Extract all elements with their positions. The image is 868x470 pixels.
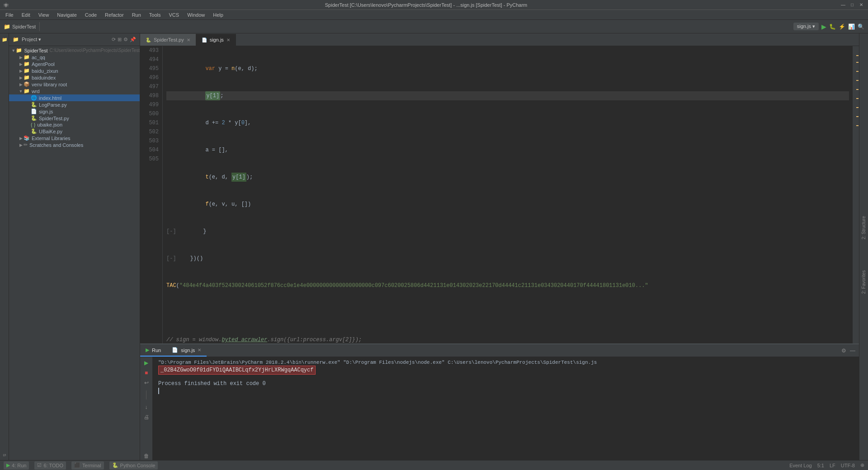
tree-item-scratches[interactable]: ▶ ✏ Scratches and Consoles (9, 141, 140, 148)
tab-sign-js[interactable]: 📄 sign.js ✕ (196, 34, 236, 46)
tree-item-agentpool[interactable]: ▶ 📁 AgentPool (9, 61, 140, 67)
project-panel: 📁 Project ▾ ⟳ ⊞ ⚙ 📌 ▼ 📁 SpiderTest C:\Us… (9, 33, 140, 460)
menu-vcs[interactable]: VCS (165, 11, 183, 19)
python-icon: 🐍 (112, 462, 118, 468)
tab-spidertest-py[interactable]: 🐍 SpiderTest.py ✕ (140, 34, 196, 46)
expand-icon[interactable]: ⊞ (118, 37, 122, 42)
line-ending-indicator[interactable]: LF (830, 463, 835, 468)
code-content[interactable]: var y = n(e, d); y[1]; d += 2 * y[0], a … (163, 46, 853, 343)
settings-run-icon[interactable]: ⚙ (841, 348, 846, 354)
project-header-label[interactable]: Project ▾ (22, 37, 41, 42)
linenum-505: 505 (144, 155, 159, 164)
tree-label-scratches: Scratches and Consoles (29, 142, 83, 148)
code-line-496: a = [], (166, 146, 849, 155)
terminal-button[interactable]: ⬛ Terminal (71, 461, 104, 470)
tree-item-ubaike-json[interactable]: ▶ { } ubaike.json (9, 122, 140, 128)
folder-icon: 📁 (13, 37, 19, 42)
tree-item-spidertest-py[interactable]: ▶ 🐍 SpiderTest.py (9, 115, 140, 122)
todo-label: 6: TODO (43, 463, 63, 468)
tab-close-spidertest[interactable]: ✕ (187, 38, 190, 42)
encoding-indicator[interactable]: UTF-8 (841, 463, 855, 468)
bottom-tabs: ▶ Run 📄 sign.js ✕ ⚙ — (140, 344, 859, 357)
restore-button[interactable]: ↩ (143, 379, 150, 387)
code-line-495: d += 2 * y[0], (166, 118, 849, 127)
menu-navigate[interactable]: Navigate (53, 11, 80, 19)
linenum-497: 497 (144, 82, 159, 91)
tab-sign-js-run[interactable]: 📄 sign.js ✕ (166, 345, 207, 357)
toolbar-filename[interactable]: sign.js ▾ (793, 23, 819, 30)
tree-item-ubaike-py[interactable]: ▶ 🐍 UBaiKe.py (9, 128, 140, 135)
tree-label-index-html: index.html (39, 95, 61, 101)
z-structure-label[interactable]: 2: Structure (860, 214, 867, 241)
cursor (158, 388, 159, 394)
tree-label-sign-js: sign.js (39, 109, 53, 114)
tree-root[interactable]: ▼ 📁 SpiderTest C:\Users\lenovo\PycharmPr… (9, 47, 140, 54)
tree-item-external-libs[interactable]: ▶ 📚 External Libraries (9, 135, 140, 141)
tree-label-venv: venv library root (32, 82, 67, 87)
tree-label-baiduindex: baiduindex (32, 75, 56, 80)
linenum-500: 500 (144, 109, 159, 118)
tree-label-logparse: LogParse.py (39, 102, 67, 108)
coverage-button[interactable]: ⚡ (839, 24, 845, 30)
tree-item-ac_qq[interactable]: ▶ 📁 ac_qq (9, 54, 140, 61)
python-console-button[interactable]: 🐍 Python Console (109, 461, 158, 470)
tree-item-index-html[interactable]: ▶ 🌐 index.html (9, 94, 140, 101)
pin-icon[interactable]: 📌 (130, 37, 136, 42)
profile-button[interactable]: 📊 (848, 24, 855, 30)
tree-item-baiduindex[interactable]: ▶ 📁 baiduindex (9, 74, 140, 81)
sign-tab-label: sign.js (181, 348, 195, 353)
tree-item-sign-js[interactable]: ▶ 📄 sign.js (9, 108, 140, 115)
menu-tools[interactable]: Tools (146, 11, 165, 19)
tree-item-baidu-zixun[interactable]: ▶ 📁 baidu_zixun (9, 67, 140, 74)
menu-code[interactable]: Code (81, 11, 100, 19)
search-everywhere-icon[interactable]: 🔍 (858, 24, 864, 30)
linenum-502: 502 (144, 127, 159, 136)
menu-view[interactable]: View (35, 11, 53, 19)
close-button[interactable]: ✕ (858, 2, 864, 8)
sync-icon[interactable]: ⟳ (112, 37, 116, 42)
menu-file[interactable]: File (2, 11, 17, 19)
debug-button[interactable]: 🐛 (829, 24, 836, 30)
tree-item-logparse[interactable]: ▶ 🐍 LogParse.py (9, 101, 140, 108)
tab-run[interactable]: ▶ Run (140, 345, 166, 357)
minimize-button[interactable]: — (840, 2, 846, 8)
terminal-content[interactable]: "D:\Program Files\JetBrains\PyCharm 2018… (153, 357, 859, 460)
run-button[interactable]: ▶ (821, 23, 826, 30)
code-line-501: TAC("484e4f4a403f52430024061052f876cc0e1… (166, 281, 849, 290)
project-icon[interactable]: 📁 (2, 35, 7, 44)
print-button[interactable]: 🖨 (143, 413, 150, 421)
menu-window[interactable]: Window (184, 11, 208, 19)
todo-button[interactable]: ☑ 6: TODO (34, 461, 66, 470)
tree-label-spidertest-py: SpiderTest.py (39, 116, 69, 121)
minimize-panel-icon[interactable]: — (850, 348, 855, 354)
event-log-button[interactable]: Event Log (789, 463, 812, 468)
stop-button[interactable]: ■ (144, 369, 149, 377)
clear-button[interactable]: 🗑 (143, 452, 150, 460)
run-status-button[interactable]: ▶ 4: Run (4, 461, 29, 470)
tree-item-venv[interactable]: ▶ 📦 venv library root (9, 81, 140, 88)
maximize-button[interactable]: □ (849, 2, 855, 8)
sign-tab-close[interactable]: ✕ (198, 348, 201, 352)
menu-help[interactable]: Help (209, 11, 227, 19)
settings-icon[interactable]: ⚙ (123, 37, 128, 42)
z-favorites-label[interactable]: 2: Favorites (860, 268, 867, 296)
right-scrollbar[interactable] (853, 46, 859, 343)
linenum-501: 501 (144, 118, 159, 127)
scroll-end-button[interactable]: ↓ (144, 403, 149, 411)
code-line-502 (166, 308, 849, 317)
structure-icon[interactable]: S (2, 452, 7, 458)
tree-item-wrd[interactable]: ▼ 📁 wrd (9, 88, 140, 94)
code-line-500: [-] })() (166, 254, 849, 263)
tree-label-ubaike-py: UBaiKe.py (39, 129, 62, 134)
tab-close-sign-js[interactable]: ✕ (226, 38, 230, 42)
toolbar: 📁 SpiderTest sign.js ▾ ▶ 🐛 ⚡ 📊 🔍 (0, 20, 868, 33)
indent-indicator[interactable]: ⊕ (860, 462, 864, 468)
run-status-icon: ▶ (6, 462, 10, 468)
python-console-label: Python Console (120, 463, 156, 468)
z-sidebar: 2: Structure 2: Favorites (859, 33, 868, 460)
left-icon-bar: 📁 S (0, 33, 9, 460)
rerun-button[interactable]: ▶ (143, 359, 149, 367)
menu-run[interactable]: Run (128, 11, 145, 19)
menu-edit[interactable]: Edit (18, 11, 34, 19)
menu-refactor[interactable]: Refactor (101, 11, 127, 19)
